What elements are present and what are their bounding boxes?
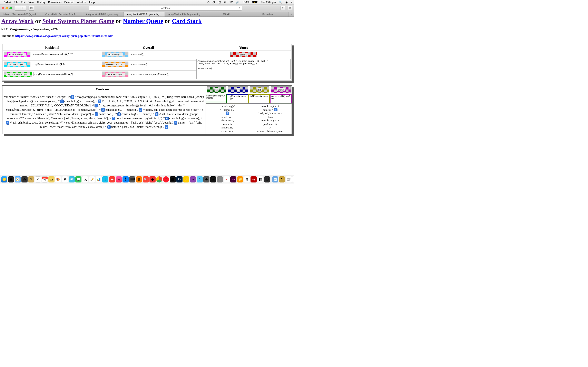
app-icon[interactable]: 📝 — [89, 176, 95, 183]
share-icon[interactable]: ⇧ — [281, 6, 285, 10]
link-planet-game[interactable]: Solar Systems Planet Game — [42, 17, 114, 24]
app-icon[interactable]: 📨 — [69, 176, 75, 183]
menu-develop[interactable]: Develop — [64, 1, 74, 4]
reload-icon[interactable]: ⟳ — [239, 7, 241, 9]
spotlight-icon[interactable]: 🔍 — [279, 1, 282, 4]
dock-folder[interactable]: 🖥 — [292, 176, 294, 183]
app-icon[interactable]: ✈ — [197, 176, 203, 183]
menu-bookmarks[interactable]: Bookmarks — [48, 1, 61, 4]
slice-button[interactable]: Slice as at right ... — [4, 62, 30, 67]
tab-active[interactable]: Array Work - RJM Programming... — [123, 12, 165, 17]
app-icon[interactable]: ◎ — [136, 176, 142, 183]
wifi-icon[interactable] — [229, 1, 233, 3]
push-code[interactable] — [207, 95, 226, 101]
calendar-icon[interactable]: SEP29 — [42, 176, 48, 183]
menu-view[interactable]: View — [29, 1, 34, 4]
app-icon[interactable]: 🛠 — [62, 176, 68, 183]
bluetooth-icon[interactable]: ✲ — [224, 1, 226, 4]
volume-icon[interactable]: 🔊 — [236, 1, 239, 4]
finder-icon[interactable]: 🙂 — [1, 176, 7, 183]
app-icon[interactable]: ⚡ — [183, 176, 189, 183]
pop-button[interactable]: pop — [228, 86, 248, 93]
sort-button[interactable]: Sort as at right ... — [102, 52, 129, 57]
tabs-icon[interactable]: ⧉ — [288, 6, 292, 10]
address-bar[interactable]: localhost ⟳ — [89, 6, 242, 11]
shift-code[interactable] — [250, 95, 269, 101]
thanks-link[interactable]: https://www.positronx.io/javascript-arra… — [15, 34, 113, 38]
concat-button[interactable]: Concat as at right ... — [102, 72, 129, 77]
link-card-stack[interactable]: Card Stack — [172, 17, 202, 24]
link-array-work[interactable]: Array Work — [1, 17, 34, 24]
new-tab-button[interactable]: + — [288, 12, 294, 17]
app-menu[interactable]: Safari — [4, 1, 11, 4]
menu-history[interactable]: History — [37, 1, 45, 4]
push-button[interactable]: push — [207, 86, 226, 93]
menu-file[interactable]: File — [14, 1, 18, 4]
app-icon[interactable]: 📊 — [95, 176, 102, 183]
close-window[interactable] — [2, 7, 4, 9]
dock-folder[interactable]: 📄 — [272, 176, 278, 183]
battery-icon[interactable]: ⚡ — [252, 1, 258, 3]
app-icon[interactable]: ⋯ — [217, 176, 223, 183]
tab[interactable]: Favourites — [247, 12, 288, 17]
copywithin-code[interactable] — [34, 72, 100, 76]
slice-code[interactable] — [32, 62, 100, 66]
app-icon[interactable]: ⌨ — [129, 176, 135, 183]
copywithin-button[interactable]: CopyWithin as at right ... — [4, 72, 32, 77]
minimize-window[interactable] — [6, 7, 8, 9]
chrome-icon[interactable] — [156, 176, 162, 183]
clock[interactable]: Tue 2:09 pm — [261, 1, 276, 4]
link-number-queue[interactable]: Number Queue — [123, 17, 163, 24]
app-icon[interactable]: Ps — [176, 176, 182, 183]
app-icon[interactable]: ✎ — [28, 176, 34, 183]
menu-edit[interactable]: Edit — [21, 1, 26, 4]
app-icon[interactable]: ▦ — [244, 176, 250, 183]
display-icon[interactable]: ▢ — [218, 1, 221, 4]
status-icon[interactable]: ◇ — [208, 1, 209, 4]
sidebar-toggle[interactable]: ◧ — [29, 6, 34, 11]
xd-icon[interactable]: Xd — [230, 176, 236, 183]
app-icon[interactable]: 📁 — [237, 176, 243, 183]
tab[interactable]: Array Work - RJM Programming... — [165, 12, 206, 17]
app-icon[interactable]: Ⓕ — [264, 176, 270, 183]
notification-center-icon[interactable]: ≡ — [291, 1, 292, 4]
app-icon[interactable]: ◆ — [149, 176, 156, 183]
reverse-button[interactable]: Reverse as at right ... — [102, 62, 129, 67]
splice-code[interactable] — [32, 52, 100, 56]
app-icon[interactable]: 🗂 — [48, 176, 54, 183]
menu-window[interactable]: Window — [77, 1, 86, 4]
tab[interactable]: Chat with No Sockets - RJM Pr... — [41, 12, 82, 17]
shift-button[interactable]: shift — [250, 86, 269, 93]
messages-icon[interactable]: 💬 — [75, 176, 81, 183]
appstore-icon[interactable]: Ⓐ — [122, 176, 129, 183]
opera-icon[interactable]: O — [163, 176, 169, 183]
unshift-code[interactable] — [271, 95, 290, 101]
app-icon[interactable]: ◧ — [257, 176, 263, 183]
forward-button[interactable]: 〉 — [20, 6, 26, 11]
dashboard-icon[interactable]: ◔ — [21, 176, 27, 183]
app-icon[interactable]: 🖼 — [82, 176, 88, 183]
zoom-window[interactable] — [9, 7, 12, 9]
app-icon[interactable]: ✦ — [190, 176, 196, 183]
pop-code[interactable] — [228, 95, 247, 101]
tab[interactable]: Array Work - RJM Programming... — [82, 12, 123, 17]
app-icon[interactable]: 𝕋 — [102, 176, 108, 183]
app-icon[interactable]: ✓ — [35, 176, 41, 183]
yours-button[interactable]: Yours ... — [230, 52, 257, 57]
splice-button[interactable]: Splice as at right ... — [4, 52, 30, 57]
app-icon[interactable]: 🎨 — [55, 176, 61, 183]
app-icon[interactable]: ✚ — [203, 176, 209, 183]
unshift-button[interactable]: unshift — [271, 86, 291, 93]
app-icon[interactable]: R — [224, 176, 230, 183]
siri-icon[interactable]: ◉ — [285, 1, 288, 4]
concat-code[interactable] — [130, 72, 195, 76]
back-button[interactable]: 〈 — [15, 6, 20, 11]
itunes-icon[interactable]: ♫ — [116, 176, 122, 183]
app-icon[interactable]: ⌁ — [210, 176, 216, 183]
app-icon[interactable]: 🔍 — [143, 176, 149, 183]
status-icon[interactable]: Ⓜ — [213, 0, 215, 4]
filezilla-icon[interactable]: Fz — [251, 176, 257, 183]
tab[interactable]: Inbox (127) - rmetcalfe15@gmai... — [0, 12, 41, 17]
dock-folder[interactable]: 📰 — [286, 176, 292, 183]
safari-icon[interactable]: 🧭 — [15, 176, 21, 183]
